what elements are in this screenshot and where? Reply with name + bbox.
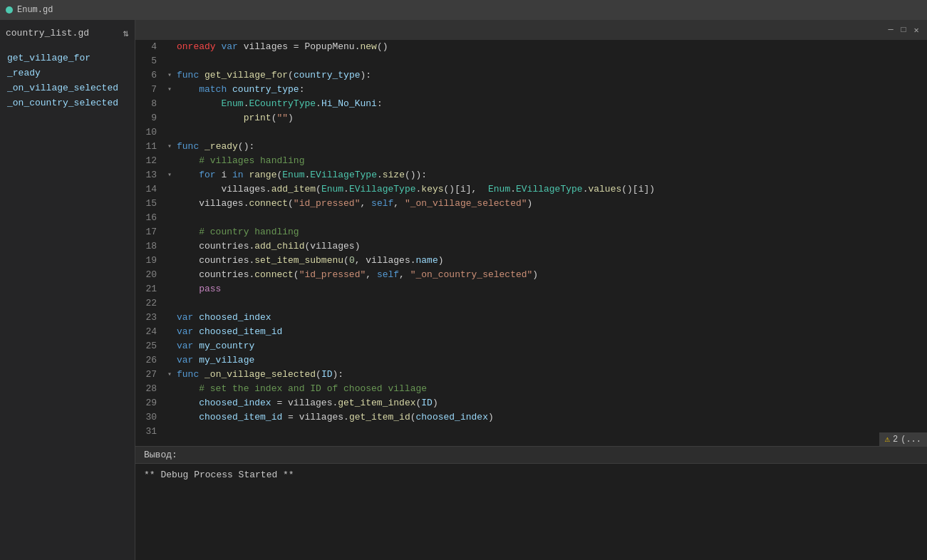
fold-arrow[interactable]: ▾	[164, 168, 175, 182]
code-line-4: 4onready var villages = PopupMenu.new()	[135, 40, 927, 54]
output-text: ** Debug Process Started **	[144, 470, 294, 480]
code-content: func _on_village_selected(ID):	[175, 368, 927, 382]
code-line-23: 23var choosed_index	[135, 311, 927, 325]
output-panel: Вывод: ** Debug Process Started **	[135, 446, 927, 560]
sidebar-file-item[interactable]: country_list.gd ⇅	[0, 24, 135, 42]
code-scroll[interactable]: 4onready var villages = PopupMenu.new()5…	[135, 40, 927, 446]
window-chrome: — □ ✕	[135, 20, 927, 40]
minimize-button[interactable]: —	[886, 25, 896, 35]
sidebar: country_list.gd ⇅ get_village_for_ready_…	[0, 20, 135, 560]
output-header: Вывод:	[135, 447, 927, 464]
sidebar-method-_on_village_selected[interactable]: _on_village_selected	[0, 81, 135, 95]
line-number: 28	[135, 382, 164, 396]
code-line-6: 6▾func get_village_for(country_type):	[135, 68, 927, 83]
line-number: 15	[135, 197, 164, 211]
line-number: 19	[135, 254, 164, 268]
code-line-13: 13▾ for i in range(Enum.EVillageType.siz…	[135, 168, 927, 182]
code-line-9: 9 print("")	[135, 111, 927, 125]
code-line-16: 16	[135, 211, 927, 225]
code-line-17: 17 # country handling	[135, 225, 927, 239]
code-line-18: 18 countries.add_child(villages)	[135, 239, 927, 254]
app-icon	[6, 6, 13, 14]
line-number: 29	[135, 396, 164, 410]
code-content: countries.set_item_submenu(0, villages.n…	[175, 254, 927, 268]
sidebar-method-get_village_for[interactable]: get_village_for	[0, 51, 135, 66]
line-number: 8	[135, 97, 164, 111]
code-content: var my_village	[175, 353, 927, 368]
code-content: var choosed_index	[175, 311, 927, 325]
line-number: 16	[135, 211, 164, 225]
line-number: 4	[135, 40, 164, 54]
code-line-10: 10	[135, 125, 927, 140]
app-title-text: Enum.gd	[17, 5, 53, 15]
line-number: 20	[135, 268, 164, 282]
sidebar-method-_ready[interactable]: _ready	[0, 66, 135, 81]
code-content	[175, 211, 927, 225]
code-line-25: 25var my_country	[135, 339, 927, 353]
code-line-31: 31	[135, 425, 927, 439]
code-line-21: 21 pass	[135, 282, 927, 296]
app-title: Enum.gd	[6, 5, 53, 15]
code-line-5: 5	[135, 54, 927, 68]
top-bar: Enum.gd	[0, 0, 927, 20]
line-number: 23	[135, 311, 164, 325]
line-number: 11	[135, 140, 164, 154]
code-line-27: 27▾func _on_village_selected(ID):	[135, 368, 927, 382]
code-content: countries.add_child(villages)	[175, 239, 927, 254]
code-line-24: 24var choosed_item_id	[135, 325, 927, 339]
code-content	[175, 125, 927, 140]
code-line-15: 15 villages.connect("id_pressed", self, …	[135, 197, 927, 211]
main-layout: country_list.gd ⇅ get_village_for_ready_…	[0, 20, 927, 560]
line-number: 10	[135, 125, 164, 140]
sidebar-method-_on_country_selected[interactable]: _on_country_selected	[0, 95, 135, 110]
line-number: 25	[135, 339, 164, 353]
line-number: 22	[135, 296, 164, 311]
line-number: 14	[135, 182, 164, 197]
fold-arrow[interactable]: ▾	[164, 140, 175, 154]
warning-count: 2	[893, 435, 898, 445]
code-content: countries.connect("id_pressed", self, "_…	[175, 268, 927, 282]
line-number: 17	[135, 225, 164, 239]
code-content: # set the index and ID of choosed villag…	[175, 382, 927, 396]
code-content: villages.add_item(Enum.EVillageType.keys…	[175, 182, 927, 197]
sort-icon[interactable]: ⇅	[123, 27, 129, 39]
code-line-14: 14 villages.add_item(Enum.EVillageType.k…	[135, 182, 927, 197]
line-number: 24	[135, 325, 164, 339]
code-content: var choosed_item_id	[175, 325, 927, 339]
code-content: func get_village_for(country_type):	[175, 68, 927, 83]
line-number: 13	[135, 168, 164, 182]
code-line-28: 28 # set the index and ID of choosed vil…	[135, 382, 927, 396]
code-line-8: 8 Enum.ECountryType.Hi_No_Kuni:	[135, 97, 927, 111]
fold-arrow[interactable]: ▾	[164, 83, 175, 97]
line-number: 27	[135, 368, 164, 382]
code-content: pass	[175, 282, 927, 296]
code-content: # country handling	[175, 225, 927, 239]
code-content: onready var villages = PopupMenu.new()	[175, 40, 927, 54]
sidebar-file-section: country_list.gd ⇅	[0, 20, 135, 46]
code-content: match country_type:	[175, 83, 927, 97]
line-number: 31	[135, 425, 164, 439]
line-number: 6	[135, 68, 164, 83]
maximize-button[interactable]: □	[898, 25, 908, 35]
warning-bar: ⚠ 2 (...	[879, 432, 927, 446]
code-content	[175, 54, 927, 68]
sidebar-filename: country_list.gd	[6, 28, 89, 38]
sidebar-methods-section: get_village_for_ready_on_village_selecte…	[0, 46, 135, 115]
warning-extra: (...	[901, 435, 921, 445]
line-number: 9	[135, 111, 164, 125]
line-number: 5	[135, 54, 164, 68]
code-lines: 4onready var villages = PopupMenu.new()5…	[135, 40, 927, 439]
code-content: print("")	[175, 111, 927, 125]
code-line-7: 7▾ match country_type:	[135, 83, 927, 97]
close-button[interactable]: ✕	[911, 25, 921, 35]
line-number: 21	[135, 282, 164, 296]
code-content: var my_country	[175, 339, 927, 353]
code-content: for i in range(Enum.EVillageType.size())…	[175, 168, 927, 182]
fold-arrow[interactable]: ▾	[164, 68, 175, 83]
fold-arrow[interactable]: ▾	[164, 368, 175, 382]
code-line-29: 29 choosed_index = villages.get_item_ind…	[135, 396, 927, 410]
line-number: 26	[135, 353, 164, 368]
line-number: 30	[135, 410, 164, 425]
code-line-11: 11▾func _ready():	[135, 140, 927, 154]
code-line-30: 30 choosed_item_id = villages.get_item_i…	[135, 410, 927, 425]
